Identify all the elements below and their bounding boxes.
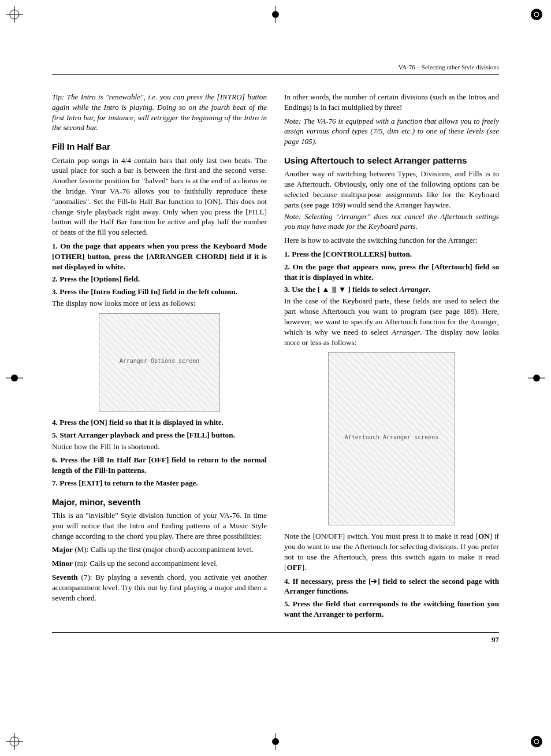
svg-point-3 [531,9,542,20]
body-text: Certain pop songs in 4/4 contain bars th… [52,155,267,238]
body-text: The display now looks more or less as fo… [52,298,267,309]
step-2: 2. On the page that appears now, press t… [284,262,499,283]
svg-point-8 [531,736,542,747]
note-text: Note: Selecting "Arranger" does not canc… [284,212,499,232]
body-text: This is an "invisible" Style division fu… [52,510,267,541]
tip-paragraph: Tip: The Intro is "renewable", i.e. you … [52,92,267,133]
crop-mark-icon [528,369,545,387]
header-rule [52,74,499,75]
content-columns: Tip: The Intro is "renewable", i.e. you … [40,92,511,621]
body-text: Note the [ON/OFF] switch. You must press… [284,531,499,572]
body-text: In other words, the number of certain di… [284,92,499,113]
step-4: 4. If necessary, press the [➔] field to … [284,576,499,597]
crop-mark-icon [267,733,284,750]
step-4: 4. Press the [ON] field so that it is di… [52,417,267,428]
body-text: Here is how to activate the switching fu… [284,235,499,246]
step-1: 1. Press the [CONTROLLERS] button. [284,249,499,260]
arrow-down-icon: ▼ [338,285,346,294]
step-7: 7. Press [EXIT] to return to the Master … [52,478,267,488]
step-3: 3. Use the [ ▲ ][ ▼ ] fields to select A… [284,284,499,295]
left-column: Tip: The Intro is "renewable", i.e. you … [52,92,267,621]
heading-aftertouch: Using Aftertouch to select Arranger patt… [284,155,499,166]
right-column: In other words, the number of certain di… [284,92,499,621]
crop-mark-icon [6,733,23,750]
crop-mark-icon [528,6,545,23]
arrow-up-icon: ▲ [322,285,330,294]
screenshot-aftertouch-arranger: Aftertouch Arranger screens [328,352,455,525]
body-text: Seventh (7): By playing a seventh chord,… [52,572,267,603]
running-header: VA-76 – Selecting other Style divisions [40,64,511,71]
crop-mark-icon [267,6,284,23]
arrow-right-icon: ➔ [371,577,377,585]
step-5: 5. Press the field that corresponds to t… [284,599,499,620]
page-number: 97 [40,635,511,644]
heading-fill-in-half-bar: Fill In Half Bar [52,141,267,153]
step-6: 6. Press the Fill In Half Bar [OFF] fiel… [52,455,267,476]
crop-mark-icon [528,733,545,750]
body-text: Minor (m): Calls up the second accompani… [52,558,267,569]
body-text: Another way of switching between Types, … [284,169,499,210]
step-2: 2. Press the [Options] field. [52,274,267,284]
heading-major-minor-seventh: Major, minor, seventh [52,496,267,508]
step-5: 5. Start Arranger playback and press the… [52,430,267,440]
screenshot-arranger-options: Arranger Options screen [99,313,220,412]
body-text: Major (M): Calls up the first (major cho… [52,544,267,555]
crop-mark-icon [6,369,23,387]
step-3: 3. Press the [Intro Ending Fill In] fiel… [52,287,267,297]
page: VA-76 – Selecting other Style divisions … [0,0,551,756]
footer-rule [52,632,499,633]
crop-mark-icon [6,6,23,23]
body-text: In the case of the Keyboard parts, these… [284,296,499,347]
note-text: Note: The VA-76 is equipped with a funct… [284,116,499,147]
step-1: 1. On the page that appears when you pre… [52,241,267,272]
body-text: Notice how the Fill In is shortened. [52,442,267,452]
